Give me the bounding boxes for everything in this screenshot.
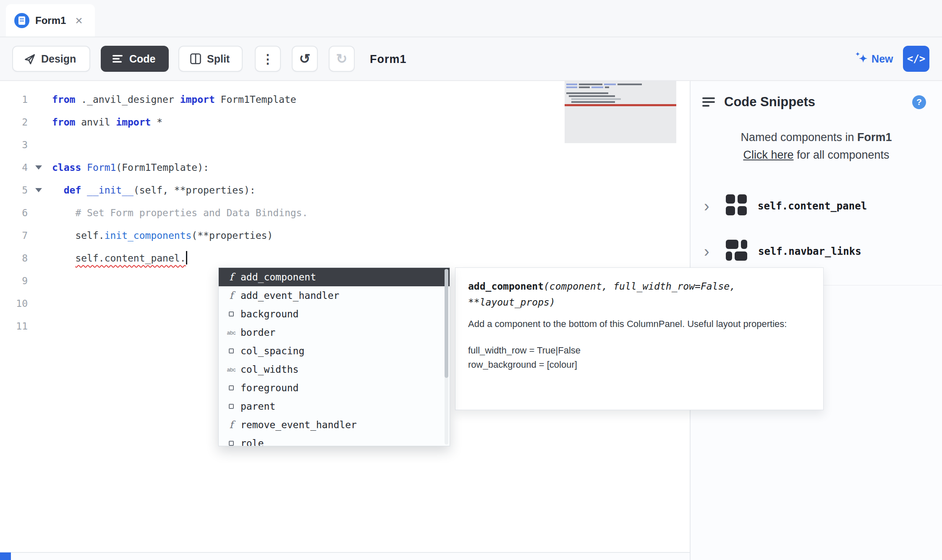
autocomplete-item-add_event_handler[interactable]: fadd_event_handler (219, 286, 450, 305)
code-line-3 (52, 133, 308, 156)
autocomplete-item-role[interactable]: role (219, 434, 450, 446)
tab-title: Form1 (35, 15, 66, 26)
autocomplete-item-label: col_widths (241, 364, 298, 375)
code-line-8: self.content_panel. (52, 247, 308, 270)
function-icon: f (222, 290, 241, 301)
all-components-suffix: for all components (793, 149, 889, 161)
fold-arrow-icon[interactable] (35, 188, 42, 192)
gutter: 1234567891011 (0, 81, 46, 552)
autocomplete-item-col_widths[interactable]: abccol_widths (219, 360, 450, 379)
help-button[interactable]: ? (912, 95, 926, 109)
autocomplete-item-remove_event_handler[interactable]: fremove_event_handler (219, 416, 450, 434)
snippets-title: Code Snippets (724, 94, 815, 110)
new-button-label: New (871, 53, 893, 65)
autocomplete-item-col_spacing[interactable]: col_spacing (219, 342, 450, 360)
property-icon (222, 311, 241, 317)
doc-prop-lines: full_width_row = True|False row_backgrou… (468, 343, 811, 372)
text-property-icon: abc (222, 366, 241, 373)
toolbar: Design Code Split ⋮ ↺ ↻ Form1 ✦✦ New (0, 37, 942, 81)
kebab-icon: ⋮ (262, 52, 274, 66)
code-lines-icon (113, 54, 123, 63)
design-button-label: Design (41, 53, 76, 65)
line-number-7: 7 (0, 224, 46, 247)
autocomplete-list: fadd_componentfadd_event_handlerbackgrou… (219, 268, 450, 446)
property-icon (222, 348, 241, 353)
line-number-10: 10 (0, 292, 46, 315)
autocomplete-item-label: col_spacing (241, 345, 304, 356)
code-toggle-icon: </> (907, 53, 925, 65)
code-button-label: Code (129, 53, 156, 65)
code-toggle-button[interactable]: </> (903, 46, 929, 72)
line-number-6: 6 (0, 201, 46, 224)
doc-prop-line-1: full_width_row = True|False (468, 343, 811, 358)
property-icon (222, 385, 241, 390)
minimap[interactable] (565, 81, 676, 143)
minimap-code-preview (565, 81, 676, 143)
line-number-11: 11 (0, 315, 46, 338)
redo-button[interactable]: ↻ (329, 46, 355, 72)
toolbar-form-title: Form1 (370, 37, 407, 81)
chevron-right-icon[interactable]: › (704, 243, 715, 259)
named-components-form: Form1 (857, 131, 892, 144)
component-list: › self.content_panel › self.navbar_links (691, 183, 942, 274)
component-name: self.content_panel (758, 200, 867, 212)
autocomplete-item-label: border (241, 327, 275, 338)
minimap-error-line (565, 104, 676, 106)
text-cursor (186, 251, 187, 264)
tab-close-icon[interactable]: × (75, 14, 83, 27)
snippets-header: Code Snippets ? (691, 81, 942, 110)
chevron-right-icon[interactable]: › (704, 198, 715, 214)
split-button-label: Split (207, 53, 230, 65)
doc-signature-name: add_component (468, 281, 544, 292)
autocomplete-item-background[interactable]: background (219, 305, 450, 323)
autocomplete-scrollbar[interactable] (445, 269, 448, 445)
autocomplete-item-foreground[interactable]: foreground (219, 379, 450, 397)
doc-signature: add_component(component, full_width_row=… (468, 279, 811, 311)
editor-bottom-bar (0, 552, 690, 560)
code-line-7: self.init_components(**properties) (52, 224, 308, 247)
line-number-5: 5 (0, 179, 46, 201)
line-number-8: 8 (0, 247, 46, 270)
autocomplete-item-label: add_event_handler (241, 290, 339, 301)
property-icon (222, 404, 241, 409)
form-file-icon (14, 13, 29, 28)
design-button[interactable]: Design (12, 46, 90, 72)
autocomplete-item-parent[interactable]: parent (219, 397, 450, 416)
autocomplete-item-label: parent (241, 401, 275, 412)
paper-plane-icon (24, 53, 35, 65)
function-icon: f (222, 271, 241, 283)
autocomplete-item-label: foreground (241, 382, 298, 393)
tab-form1[interactable]: Form1 × (6, 4, 95, 37)
line-number-9: 9 (0, 270, 46, 292)
autocomplete-item-label: add_component (241, 272, 316, 283)
kebab-menu-button[interactable]: ⋮ (255, 46, 281, 72)
named-components-text: Named components in Form1 Click here for… (691, 129, 942, 164)
doc-prop-line-2: row_background = [colour] (468, 358, 811, 372)
new-button[interactable]: ✦✦ New (859, 46, 893, 72)
autocomplete-item-label: remove_event_handler (241, 419, 357, 430)
flow-panel-icon (726, 240, 747, 263)
line-number-4: 4 (0, 156, 46, 179)
autocomplete-scrollbar-thumb[interactable] (445, 269, 448, 378)
code-button[interactable]: Code (101, 46, 169, 72)
autocomplete-item-border[interactable]: abcborder (219, 323, 450, 342)
sparkle-icon: ✦✦ (859, 53, 867, 65)
named-components-prefix: Named components in (741, 131, 857, 144)
all-components-link[interactable]: Click here (743, 149, 793, 161)
line-number-2: 2 (0, 111, 46, 133)
undo-button[interactable]: ↺ (292, 46, 318, 72)
split-button[interactable]: Split (178, 46, 243, 72)
line-number-3: 3 (0, 133, 46, 156)
component-row-content-panel[interactable]: › self.content_panel (691, 183, 942, 229)
property-icon (222, 441, 241, 446)
fold-arrow-icon[interactable] (35, 165, 42, 170)
autocomplete-item-label: role (241, 438, 264, 446)
doc-description: Add a component to the bottom of this Co… (468, 317, 811, 331)
code-line-1: from ._anvil_designer import Form1Templa… (52, 88, 308, 111)
autocomplete-popup: fadd_componentfadd_event_handlerbackgrou… (218, 267, 450, 446)
text-property-icon: abc (222, 330, 241, 336)
list-icon (702, 97, 715, 107)
autocomplete-item-add_component[interactable]: fadd_component (219, 268, 450, 286)
anvil-editor-window: Form1 × Design Code Split ⋮ ↺ (0, 0, 942, 560)
code-line-5: def __init__(self, **properties): (52, 179, 308, 201)
